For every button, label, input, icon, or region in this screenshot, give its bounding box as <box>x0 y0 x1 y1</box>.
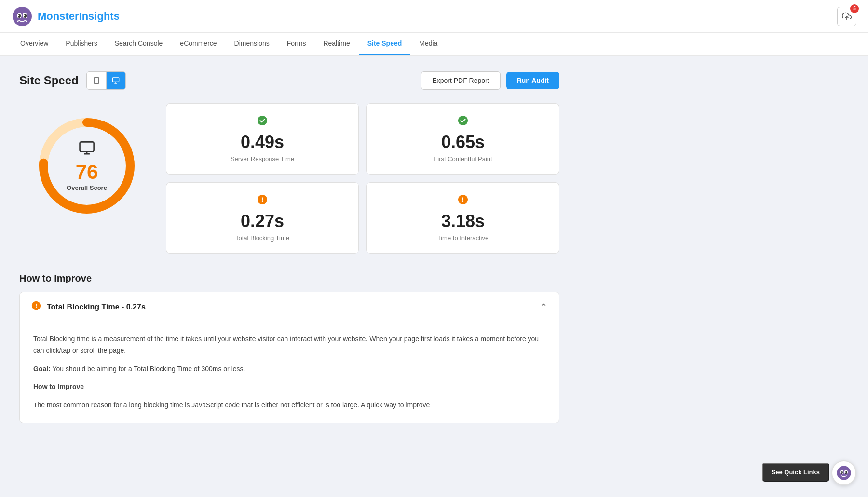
scores-section: 76 Overall Score 0.49s Server Response T… <box>19 103 559 254</box>
overall-score: 76 <box>67 162 107 182</box>
nav-item-forms[interactable]: Forms <box>278 33 315 55</box>
metric-status-icon-1 <box>377 115 549 128</box>
donut-monitor-icon <box>67 141 107 160</box>
accordion-goal: Goal: You should be aiming for a Total B… <box>33 363 545 375</box>
metric-name-2: Total Blocking Time <box>176 234 349 242</box>
svg-point-39 <box>841 471 842 472</box>
metric-name-0: Server Response Time <box>176 155 349 162</box>
metric-value-0: 0.49s <box>176 132 349 152</box>
page-title: Site Speed <box>19 74 79 87</box>
desktop-icon <box>112 77 120 84</box>
monster-fab-button[interactable] <box>831 460 856 485</box>
metric-status-icon-3 <box>377 194 549 207</box>
logo-text-plain: Monster <box>38 10 79 22</box>
quick-links-button[interactable]: See Quick Links <box>762 463 829 482</box>
run-audit-button[interactable]: Run Audit <box>506 72 559 89</box>
svg-point-33 <box>36 307 37 308</box>
export-pdf-button[interactable]: Export PDF Report <box>421 71 500 90</box>
svg-point-37 <box>841 471 842 474</box>
notification-icon <box>842 12 852 21</box>
accordion-chevron-icon: ⌃ <box>540 302 547 312</box>
nav-item-publishers[interactable]: Publishers <box>57 33 106 55</box>
accordion-p3: The most common reason for a long blocki… <box>33 400 545 411</box>
svg-point-10 <box>26 20 27 22</box>
metric-status-icon-0 <box>176 115 349 128</box>
donut-chart: 76 Overall Score <box>34 113 140 219</box>
nav-item-realtime[interactable]: Realtime <box>314 33 358 55</box>
mobile-icon <box>93 77 100 84</box>
device-desktop-btn[interactable] <box>106 72 125 89</box>
svg-point-38 <box>845 471 847 474</box>
improve-section-title: How to Improve <box>19 273 559 284</box>
svg-point-40 <box>845 471 846 472</box>
metric-card-fcp: 0.65s First Contentful Paint <box>366 103 559 175</box>
nav-item-overview[interactable]: Overview <box>12 33 57 55</box>
header-actions: Export PDF Report Run Audit <box>421 71 559 90</box>
svg-point-30 <box>462 201 463 202</box>
svg-point-24 <box>458 116 468 125</box>
metric-value-3: 3.18s <box>377 211 549 231</box>
metric-status-icon-2 <box>176 194 349 207</box>
notification-button[interactable]: 5 <box>837 7 856 26</box>
goal-text: You should be aiming for a Total Blockin… <box>51 365 245 373</box>
logo-text: MonsterInsights <box>38 10 120 23</box>
improve-section: How to Improve Total Blocking Time - 0.2… <box>19 273 559 423</box>
svg-point-34 <box>837 466 851 480</box>
device-mobile-btn[interactable] <box>87 72 106 89</box>
logo-text-accent: Insights <box>79 10 120 22</box>
goal-label: Goal: <box>33 365 51 373</box>
svg-point-23 <box>258 116 267 125</box>
accordion-tbt: Total Blocking Time - 0.27s ⌃ Total Bloc… <box>19 292 559 423</box>
svg-point-5 <box>18 14 19 16</box>
main-content: Site Speed Export PDF Rep <box>0 56 579 439</box>
nav-item-search-console[interactable]: Search Console <box>106 33 172 55</box>
header: MonsterInsights 5 <box>0 0 868 33</box>
nav-item-site-speed[interactable]: Site Speed <box>359 33 411 55</box>
nav-item-dimensions[interactable]: Dimensions <box>226 33 278 55</box>
nav-item-ecommerce[interactable]: eCommerce <box>171 33 225 55</box>
svg-point-4 <box>24 14 27 18</box>
metrics-grid: 0.49s Server Response Time 0.65s First C… <box>166 103 559 254</box>
metric-card-tti: 3.18s Time to Interactive <box>366 182 559 254</box>
accordion-body: Total Blocking time is a measurement of … <box>20 322 559 423</box>
metric-name-3: Time to Interactive <box>377 234 549 242</box>
svg-rect-14 <box>113 78 119 82</box>
page-title-area: Site Speed <box>19 71 126 90</box>
svg-point-9 <box>17 20 19 22</box>
svg-point-27 <box>262 201 263 202</box>
overall-score-label: Overall Score <box>67 184 107 191</box>
accordion-header-left: Total Blocking Time - 0.27s <box>31 301 146 313</box>
svg-point-6 <box>24 14 25 16</box>
svg-rect-20 <box>80 142 94 151</box>
accordion-title: Total Blocking Time - 0.27s <box>47 303 146 311</box>
device-toggle <box>86 71 126 90</box>
svg-point-3 <box>18 14 21 18</box>
logo-icon <box>12 6 33 27</box>
svg-rect-12 <box>94 77 98 83</box>
metric-value-1: 0.65s <box>377 132 549 152</box>
donut-chart-container: 76 Overall Score <box>19 103 154 228</box>
notification-badge: 5 <box>850 4 859 13</box>
metric-card-tbt: 0.27s Total Blocking Time <box>166 182 359 254</box>
accordion-sub-title: How to Improve <box>33 381 545 393</box>
nav: Overview Publishers Search Console eComm… <box>0 33 868 56</box>
accordion-warn-icon <box>31 301 41 313</box>
accordion-header[interactable]: Total Blocking Time - 0.27s ⌃ <box>20 292 559 322</box>
accordion-p1: Total Blocking time is a measurement of … <box>33 334 545 357</box>
metric-card-server-response: 0.49s Server Response Time <box>166 103 359 175</box>
metric-name-1: First Contentful Paint <box>377 155 549 162</box>
page-header: Site Speed Export PDF Rep <box>19 71 559 90</box>
nav-item-media[interactable]: Media <box>410 33 446 55</box>
metric-value-2: 0.27s <box>176 211 349 231</box>
donut-center: 76 Overall Score <box>67 141 107 191</box>
header-right: 5 <box>837 7 856 26</box>
svg-point-0 <box>13 7 32 26</box>
logo-area: MonsterInsights <box>12 6 120 27</box>
